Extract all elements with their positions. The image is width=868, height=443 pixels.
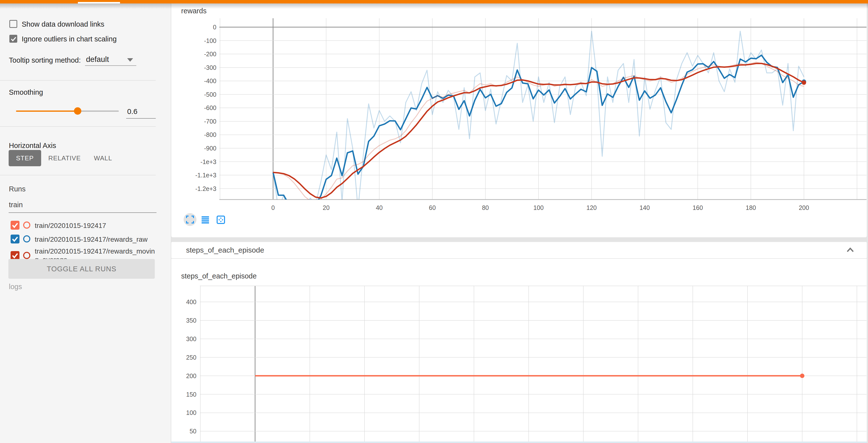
- steps-chart-title: steps_of_each_episode: [181, 272, 256, 280]
- sidebar: Show data download links Ignore outliers…: [0, 3, 171, 443]
- check-icon: [11, 222, 19, 229]
- chart-toolbar: [184, 213, 229, 226]
- divider: [0, 175, 156, 175]
- steps-card: [171, 259, 867, 443]
- smoothing-slider-thumb[interactable]: [74, 107, 81, 115]
- tooltip-sorting-underline: [85, 65, 136, 66]
- toggle-all-runs-button[interactable]: TOGGLE ALL RUNS: [8, 259, 155, 279]
- chevron-down-icon[interactable]: [127, 58, 133, 62]
- active-tab-indicator: [78, 2, 120, 3]
- check-icon: [10, 36, 17, 42]
- axis-step-button[interactable]: STEP: [9, 150, 41, 166]
- show-data-download-links-checkbox[interactable]: [9, 20, 17, 28]
- bottom-edge-strip: [171, 442, 867, 443]
- smoothing-value-input[interactable]: [126, 107, 156, 119]
- axis-wall-button[interactable]: WALL: [88, 150, 118, 166]
- steps-section-header[interactable]: steps_of_each_episode: [171, 242, 867, 258]
- run-isolate-radio[interactable]: [23, 235, 30, 242]
- fullscreen-icon[interactable]: [184, 213, 196, 226]
- run-label[interactable]: train/20201015-192417: [35, 222, 158, 230]
- run-isolate-radio[interactable]: [23, 252, 30, 259]
- rewards-card: [171, 3, 867, 237]
- smoothing-slider-fill: [16, 111, 78, 112]
- chevron-up-icon[interactable]: [845, 245, 855, 255]
- runs-filter-input[interactable]: [9, 201, 156, 213]
- horizontal-axis-label: Horizontal Axis: [9, 142, 56, 150]
- check-icon: [11, 235, 19, 243]
- log-scale-icon[interactable]: [199, 213, 212, 226]
- section-title: steps_of_each_episode: [186, 246, 264, 254]
- tooltip-sorting-select[interactable]: default: [86, 55, 109, 64]
- axis-relative-button[interactable]: RELATIVE: [48, 150, 80, 166]
- runs-label: Runs: [9, 185, 26, 193]
- check-icon: [11, 252, 19, 259]
- run-label[interactable]: train/20201015-192417/rewards_raw: [35, 235, 158, 244]
- divider: [0, 80, 156, 81]
- divider: [0, 126, 156, 127]
- run-checkbox[interactable]: [10, 235, 20, 243]
- tooltip-sorting-label: Tooltip sorting method:: [9, 56, 81, 64]
- show-data-download-links-label: Show data download links: [22, 20, 104, 28]
- ignore-outliers-label: Ignore outliers in chart scaling: [22, 35, 117, 43]
- smoothing-slider[interactable]: [16, 111, 119, 112]
- run-checkbox[interactable]: [10, 251, 20, 260]
- smoothing-label: Smoothing: [9, 88, 43, 96]
- tensorboard-app: Show data download links Ignore outliers…: [0, 0, 868, 443]
- logs-label: logs: [9, 283, 22, 291]
- rewards-chart-title: rewards: [181, 7, 207, 15]
- run-isolate-radio[interactable]: [23, 222, 30, 229]
- app-header: [0, 0, 868, 3]
- fit-data-icon[interactable]: [214, 213, 227, 226]
- ignore-outliers-checkbox[interactable]: [9, 35, 17, 43]
- run-checkbox[interactable]: [10, 221, 20, 230]
